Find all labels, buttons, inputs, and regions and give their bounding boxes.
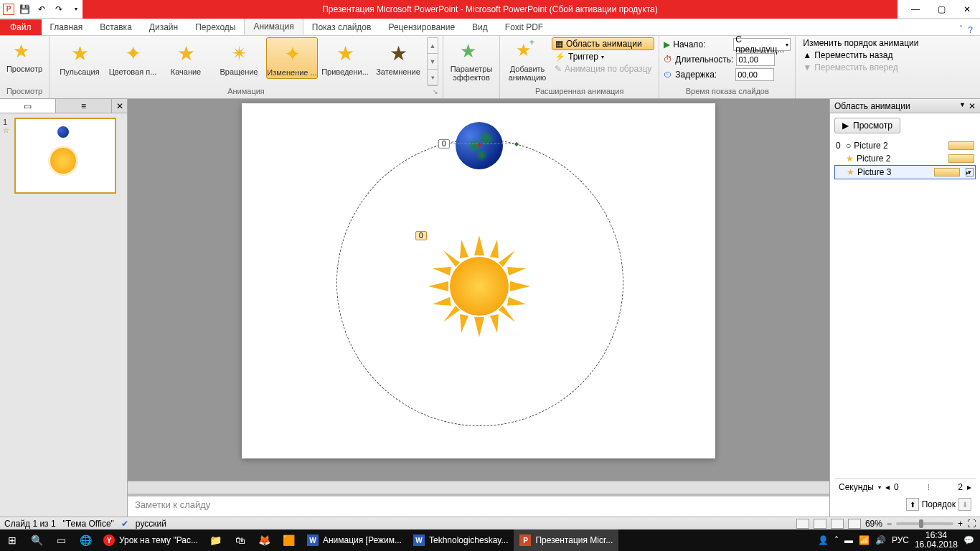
- tray-volume-icon[interactable]: 🔊: [875, 535, 886, 545]
- delay-input[interactable]: [735, 68, 774, 81]
- tray-battery-icon[interactable]: ▬: [844, 535, 853, 545]
- motion-path-icon: ○: [846, 141, 851, 151]
- seconds-dropdown-icon[interactable]: ▾: [878, 484, 881, 491]
- pane-close-icon[interactable]: ✕: [969, 101, 976, 111]
- entry-timeline-bar[interactable]: [948, 154, 974, 163]
- move-earlier-button[interactable]: ▲Переместить назад: [800, 50, 921, 61]
- slide-canvas[interactable]: ◆ 0 0: [242, 103, 715, 458]
- tab-review[interactable]: Рецензирование: [380, 19, 463, 35]
- duration-input[interactable]: [736, 53, 775, 66]
- anim-colorpulse[interactable]: ✦Цветовая п...: [107, 37, 159, 77]
- tab-transitions[interactable]: Переходы: [187, 19, 244, 35]
- tab-home[interactable]: Главная: [42, 19, 92, 35]
- qat-save-icon[interactable]: 💾: [17, 2, 32, 17]
- qat-undo-icon[interactable]: ↶: [34, 2, 49, 17]
- tab-insert[interactable]: Вставка: [91, 19, 141, 35]
- entry-timeline-bar[interactable]: [948, 141, 974, 150]
- pane-dropdown-icon[interactable]: ▼: [959, 101, 966, 111]
- minimize-button[interactable]: —: [903, 0, 928, 19]
- search-button[interactable]: 🔍: [24, 529, 49, 551]
- ribbon-minimize-icon[interactable]: ˇ: [960, 25, 962, 35]
- tab-foxit[interactable]: Foxit PDF: [496, 19, 552, 35]
- anim-entry-1[interactable]: 0 ○ Picture 2: [834, 139, 976, 152]
- help-icon[interactable]: ?: [968, 25, 973, 35]
- anim-darken[interactable]: ★Затемнение: [372, 37, 424, 77]
- task-item-6[interactable]: WTekhnologicheskay...: [407, 529, 514, 551]
- zoom-in-icon[interactable]: +: [958, 519, 963, 529]
- entry-timeline-bar[interactable]: [934, 168, 960, 176]
- store-icon: 🛍: [234, 534, 247, 547]
- qat-redo-icon[interactable]: ↷: [52, 2, 66, 17]
- anim-tag-sun[interactable]: 0: [415, 231, 427, 240]
- tray-clock[interactable]: 16:34 16.04.2018: [915, 531, 958, 550]
- zoom-out-icon[interactable]: −: [887, 519, 892, 529]
- tab-slideshow[interactable]: Показ слайдов: [303, 19, 380, 35]
- order-up-button[interactable]: ⬆: [906, 498, 919, 511]
- tray-up-icon[interactable]: ˄: [834, 535, 839, 545]
- slide-editor[interactable]: ◆ 0 0 З: [128, 99, 829, 518]
- animation-pane-toggle[interactable]: ▦Область анимации: [552, 37, 654, 50]
- anim-desaturate[interactable]: ★Приведени...: [319, 37, 371, 77]
- path-midpoint-icon[interactable]: ◆: [477, 141, 481, 148]
- maximize-button[interactable]: ▢: [928, 0, 954, 19]
- slide-thumbnail[interactable]: [14, 118, 116, 194]
- gallery-down-icon[interactable]: ▼: [428, 54, 438, 70]
- spellcheck-icon[interactable]: ✔: [121, 519, 128, 529]
- fit-window-icon[interactable]: ⛶: [967, 519, 976, 529]
- taskview-button[interactable]: ▭: [49, 529, 73, 551]
- file-tab[interactable]: Файл: [0, 19, 42, 35]
- task-item-4[interactable]: 🟧: [277, 529, 301, 551]
- animation-dialog-launcher[interactable]: ↘: [433, 88, 441, 97]
- add-animation-button[interactable]: ★+ Добавить анимацию: [504, 37, 550, 83]
- anim-entry-2[interactable]: ★ Picture 2: [834, 152, 976, 165]
- move-later-button: ▼Переместить вперед: [800, 62, 921, 73]
- task-item-3[interactable]: 🦊: [253, 529, 277, 551]
- gallery-up-icon[interactable]: ▲: [428, 38, 438, 54]
- task-item-0[interactable]: YУрок на тему "Рас...: [98, 529, 204, 551]
- gallery-scroll[interactable]: ▲ ▼ ▾: [427, 37, 438, 86]
- anim-spin[interactable]: ✴Вращение: [213, 37, 265, 77]
- thumbnail-tab-slides[interactable]: ▭: [0, 99, 56, 113]
- pane-icon: ▦: [555, 39, 563, 49]
- view-sorter-button[interactable]: [814, 519, 826, 529]
- horizontal-scrollbar[interactable]: [128, 481, 829, 494]
- tray-notifications-icon[interactable]: 💬: [963, 535, 974, 545]
- view-slideshow-button[interactable]: [848, 519, 861, 529]
- pane-play-button[interactable]: ▶ Просмотр: [834, 118, 900, 133]
- start-button[interactable]: ⊞: [0, 529, 24, 551]
- task-item-2[interactable]: 🛍: [228, 529, 253, 551]
- tab-animations[interactable]: Анимация: [244, 18, 303, 35]
- view-normal-button[interactable]: [796, 519, 809, 529]
- status-language[interactable]: русский: [136, 519, 166, 529]
- tray-lang[interactable]: РУС: [892, 535, 909, 545]
- zoom-percent[interactable]: 69%: [865, 519, 882, 529]
- anim-pulsation[interactable]: ★Пульсация: [54, 37, 105, 77]
- anim-grow[interactable]: ✦Изменение ...: [266, 37, 318, 79]
- timeline-next-icon[interactable]: ▸: [967, 482, 971, 492]
- task-item-1[interactable]: 📁: [204, 529, 228, 551]
- start-dropdown[interactable]: С предыдущ...▾: [733, 38, 791, 51]
- tab-design[interactable]: Дизайн: [141, 19, 187, 35]
- tray-people-icon[interactable]: 👤: [818, 535, 829, 545]
- qat-customize-icon[interactable]: ▾: [69, 2, 83, 17]
- close-button[interactable]: ✕: [954, 0, 980, 19]
- effect-options-button[interactable]: ★ Параметры эффектов: [448, 37, 495, 83]
- task-item-5[interactable]: WАнимация [Режим...: [301, 529, 407, 551]
- chrome-button[interactable]: 🌐: [73, 529, 98, 551]
- zoom-slider[interactable]: [896, 522, 953, 525]
- thumbnail-close-button[interactable]: ✕: [113, 99, 127, 113]
- anim-teeter[interactable]: ★Качание: [160, 37, 212, 77]
- trigger-button[interactable]: ⚡Триггер▾: [552, 51, 654, 62]
- tray-wifi-icon[interactable]: 📶: [859, 535, 870, 545]
- notes-pane[interactable]: Заметки к слайду: [128, 494, 829, 518]
- thumbnail-tab-outline[interactable]: ≡: [56, 99, 112, 113]
- task-item-7[interactable]: PПрезентация Micr...: [514, 529, 618, 551]
- timeline-prev-icon[interactable]: ◂: [885, 482, 890, 492]
- sun-object[interactable]: [428, 235, 530, 337]
- tab-view[interactable]: Вид: [463, 19, 496, 35]
- anim-entry-3[interactable]: ★ Picture 3 ▾: [834, 165, 976, 179]
- preview-button[interactable]: ★ Просмотр: [4, 37, 44, 75]
- gallery-more-icon[interactable]: ▾: [428, 70, 438, 85]
- anim-tag-earth[interactable]: 0: [438, 139, 450, 149]
- view-reading-button[interactable]: [831, 519, 844, 529]
